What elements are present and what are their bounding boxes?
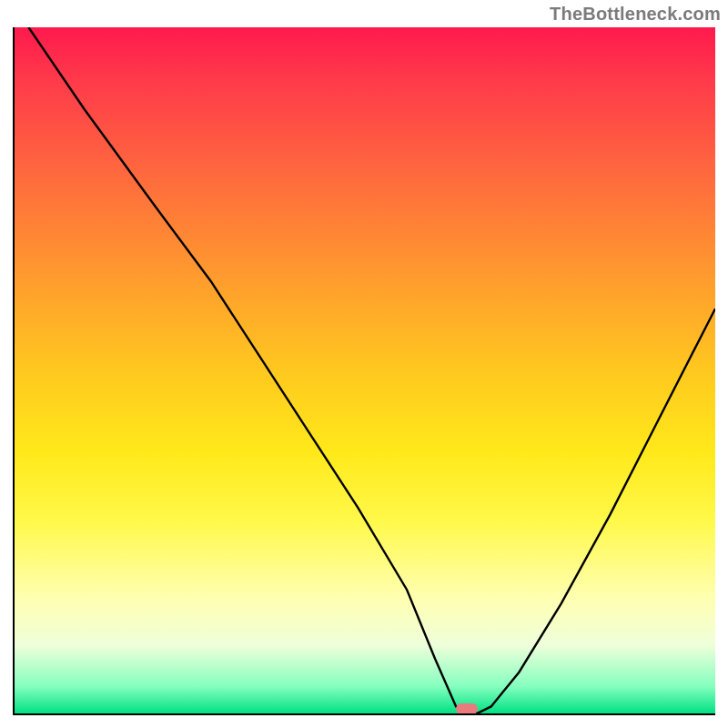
optimal-marker bbox=[456, 703, 478, 714]
plot-area bbox=[13, 27, 715, 715]
bottleneck-chart: TheBottleneck.com bbox=[0, 0, 728, 728]
bottleneck-curve-path bbox=[28, 27, 715, 713]
curve-svg bbox=[15, 27, 715, 713]
watermark-text: TheBottleneck.com bbox=[550, 4, 721, 25]
